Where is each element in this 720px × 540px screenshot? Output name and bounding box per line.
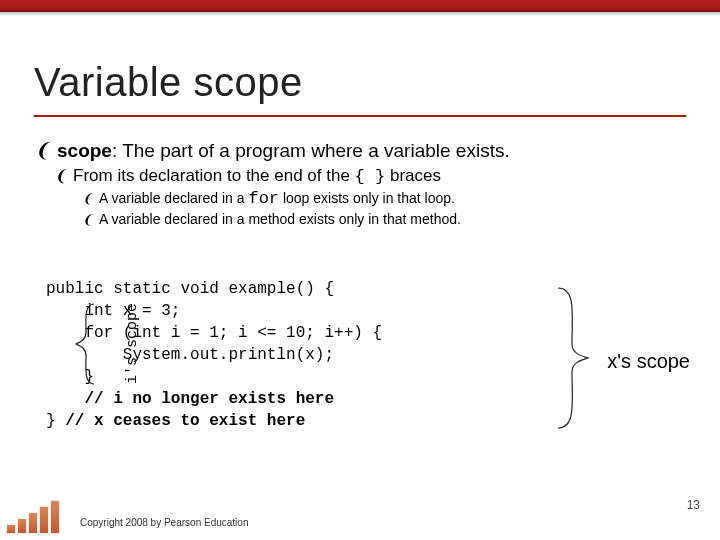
slide-top-bar [0, 0, 720, 12]
bullet-from-decl: ❨ From its declaration to the end of the… [54, 166, 686, 186]
bullet-icon: ❨ [82, 192, 93, 205]
bullet-icon: ❨ [34, 140, 51, 160]
term-scope: scope [57, 140, 112, 161]
bullet-text: scope: The part of a program where a var… [57, 140, 510, 162]
title-underline [34, 115, 686, 117]
i-scope-label: i's scope [124, 303, 141, 384]
bullet-scope-def: ❨ scope: The part of a program where a v… [34, 140, 686, 162]
content-area: ❨ scope: The part of a program where a v… [34, 140, 686, 227]
x-scope-label: x's scope [607, 350, 690, 373]
slide-title: Variable scope [34, 60, 303, 105]
copyright-text: Copyright 2008 by Pearson Education [80, 517, 248, 528]
bullet-text: A variable declared in a method exists o… [99, 211, 461, 227]
bullet-text: A variable declared in a for loop exists… [99, 189, 455, 208]
bullet-for-loop: ❨ A variable declared in a for loop exis… [82, 189, 686, 208]
brace-left-icon [72, 302, 100, 386]
corner-deco-icon [6, 498, 66, 534]
bullet-icon: ❨ [54, 168, 67, 184]
bullet-icon: ❨ [82, 213, 93, 226]
bullet-text: From its declaration to the end of the {… [73, 166, 441, 186]
brace-right-icon [552, 284, 592, 432]
page-number: 13 [687, 498, 700, 512]
bullet-method: ❨ A variable declared in a method exists… [82, 211, 686, 227]
